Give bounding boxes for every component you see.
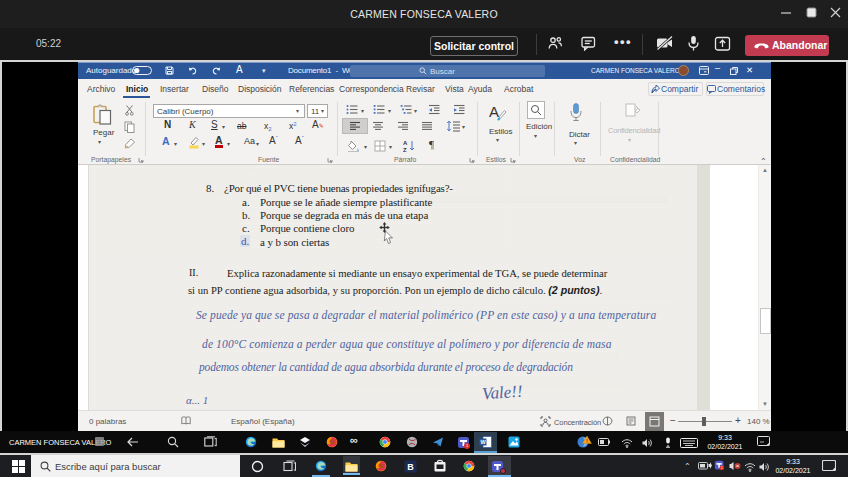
- svg-text:B: B: [407, 461, 414, 471]
- svg-text:A: A: [403, 140, 408, 146]
- svg-text:A: A: [489, 103, 499, 120]
- svg-text:1: 1: [721, 465, 723, 469]
- svg-text:!: !: [586, 438, 588, 444]
- svg-text:W: W: [480, 439, 486, 445]
- svg-text:Z: Z: [403, 147, 407, 153]
